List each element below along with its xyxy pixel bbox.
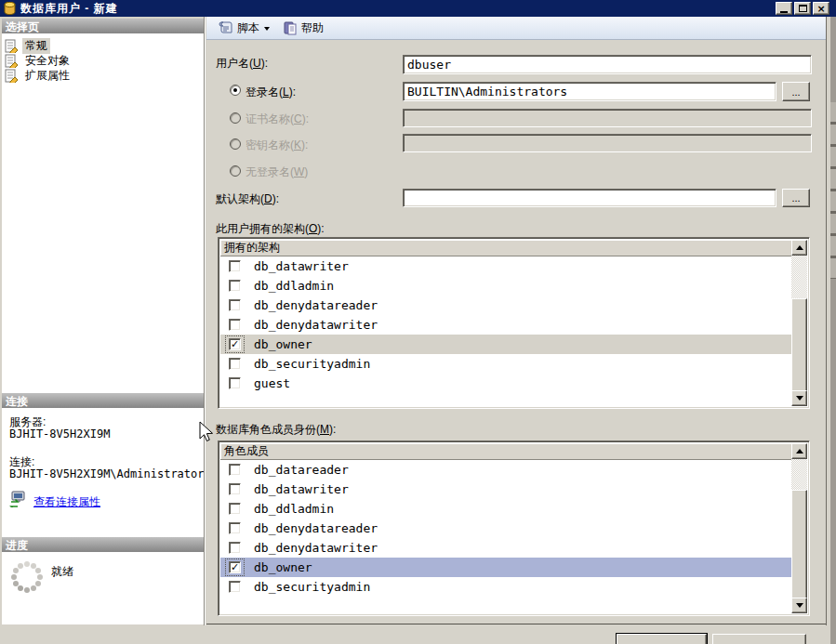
- checkbox[interactable]: [229, 561, 241, 573]
- checkbox[interactable]: [229, 319, 241, 331]
- scrollbar-up-button[interactable]: [791, 443, 807, 459]
- list-item[interactable]: db_securityadmin: [220, 577, 791, 597]
- checkbox[interactable]: [229, 338, 241, 350]
- checkbox-cell: [226, 540, 244, 556]
- checkbox[interactable]: [229, 483, 241, 495]
- checkbox-cell: [226, 356, 244, 372]
- sidebar-item-extended-properties[interactable]: 扩展属性: [5, 68, 73, 83]
- checkbox[interactable]: [229, 542, 241, 554]
- database-user-new-dialog: 数据库用户 - 新建 × 选择页 常规 安全对象 扩展属性 连接 服务器: BJ…: [0, 0, 836, 644]
- list-item-label: db_denydatareader: [254, 521, 378, 535]
- background-window-segments: [830, 102, 836, 279]
- list-item[interactable]: db_denydatawriter: [220, 538, 791, 558]
- list-item-label: db_datawriter: [254, 482, 349, 496]
- checkbox[interactable]: [229, 522, 241, 534]
- login-name-input[interactable]: BUILTIN\Administrators: [403, 82, 776, 101]
- checkbox[interactable]: [229, 358, 241, 370]
- checkbox[interactable]: [229, 377, 241, 389]
- list-item[interactable]: db_datawriter: [220, 480, 791, 499]
- checkbox-cell: [226, 336, 244, 352]
- owned-schemas-label: 此用户拥有的架构(O):: [216, 221, 325, 237]
- cancel-button[interactable]: [712, 634, 806, 644]
- progress-section-header: 进度: [2, 537, 205, 552]
- list-item[interactable]: db_datawriter: [220, 256, 791, 276]
- list-item-label: db_ddladmin: [254, 502, 334, 516]
- username-input[interactable]: dbuser: [403, 55, 812, 74]
- owned-schemas-column-header[interactable]: 拥有的架构: [220, 240, 791, 256]
- list-item-label: db_ddladmin: [254, 279, 334, 293]
- list-item[interactable]: guest: [220, 374, 791, 393]
- scrollbar-down-button[interactable]: [791, 598, 807, 613]
- list-item[interactable]: db_denydatareader: [220, 519, 791, 538]
- minimize-button[interactable]: [776, 2, 792, 15]
- checkbox-cell: [226, 520, 244, 536]
- scrollbar-thumb[interactable]: [791, 298, 807, 395]
- checkbox[interactable]: [229, 503, 241, 515]
- key-name-radio[interactable]: [230, 138, 241, 150]
- arrow-down-icon: [796, 396, 803, 404]
- help-icon: [283, 20, 298, 35]
- connection-panel: 服务器: BJHIT-8V5H2XI9M 连接: BJHIT-8V5H2XI9M…: [2, 408, 205, 537]
- sidebar-item-general[interactable]: 常规: [5, 38, 50, 53]
- list-item[interactable]: db_ddladmin: [220, 276, 791, 296]
- list-item[interactable]: db_datareader: [220, 460, 791, 480]
- progress-panel: 就绪: [2, 552, 205, 624]
- background-window-edge: [830, 17, 836, 644]
- close-button[interactable]: ×: [813, 2, 829, 15]
- checkbox[interactable]: [229, 464, 241, 476]
- close-icon: ×: [816, 4, 825, 14]
- checkbox[interactable]: [229, 260, 241, 272]
- scrollbar-up-button[interactable]: [791, 240, 807, 256]
- chevron-down-icon: [264, 27, 270, 33]
- script-button[interactable]: 脚本: [214, 19, 273, 38]
- checkbox-cell: [226, 579, 244, 595]
- login-name-radio[interactable]: [230, 85, 241, 96]
- checkbox[interactable]: [229, 581, 241, 593]
- sidebar-item-securables[interactable]: 安全对象: [5, 53, 73, 68]
- role-members-column-header[interactable]: 角色成员: [220, 443, 791, 460]
- scrollbar-down-button[interactable]: [791, 390, 807, 406]
- checkbox-cell: [226, 501, 244, 517]
- without-login-label: 无登录名(W): [245, 164, 308, 180]
- script-icon: [218, 20, 233, 35]
- scrollbar[interactable]: [791, 443, 807, 613]
- certificate-name-input: [403, 109, 812, 127]
- checkbox-cell: [226, 258, 244, 274]
- connection-properties-icon: [9, 491, 28, 507]
- sidebar-divider: [204, 17, 206, 625]
- list-item-label: db_denydatawriter: [254, 541, 378, 555]
- list-item[interactable]: db_securityadmin: [220, 354, 791, 374]
- checkbox-cell: [226, 317, 244, 333]
- list-item-label: db_denydatawriter: [254, 318, 378, 332]
- maximize-button[interactable]: [794, 2, 811, 15]
- browse-schema-button[interactable]: ...: [782, 189, 810, 207]
- dialog-toolbar: 脚本 帮助: [206, 17, 826, 40]
- view-connection-properties-link[interactable]: 查看连接属性: [33, 494, 100, 510]
- list-item[interactable]: db_ddladmin: [220, 499, 791, 519]
- checkbox-cell: [226, 481, 244, 497]
- checkbox[interactable]: [229, 299, 241, 311]
- list-item[interactable]: db_owner: [220, 335, 791, 354]
- owned-schemas-list-body: 拥有的架构 db_datawriter db_ddladmin db_denyd…: [220, 240, 791, 406]
- select-page-header: 选择页: [2, 19, 205, 33]
- scrollbar-thumb[interactable]: [791, 490, 807, 599]
- ok-button[interactable]: [617, 634, 707, 644]
- browse-login-button[interactable]: ...: [782, 82, 810, 101]
- arrow-up-icon: [796, 445, 803, 453]
- default-schema-input[interactable]: [403, 189, 776, 207]
- without-login-radio[interactable]: [230, 165, 241, 177]
- certificate-name-label: 证书名称(C):: [245, 112, 309, 127]
- list-item-label: db_securityadmin: [254, 580, 370, 594]
- page-icon: [5, 69, 19, 83]
- list-item-label: db_datareader: [254, 463, 349, 477]
- list-item[interactable]: db_owner: [220, 558, 791, 577]
- checkbox[interactable]: [229, 280, 241, 292]
- help-button[interactable]: 帮助: [279, 19, 327, 38]
- window-title: 数据库用户 - 新建: [20, 1, 118, 17]
- maximize-icon: [799, 5, 807, 12]
- list-item[interactable]: db_denydatawriter: [220, 315, 791, 335]
- scrollbar[interactable]: [791, 240, 807, 406]
- window-right-border: [826, 17, 827, 625]
- certificate-name-radio[interactable]: [230, 112, 241, 124]
- list-item[interactable]: db_denydatareader: [220, 296, 791, 315]
